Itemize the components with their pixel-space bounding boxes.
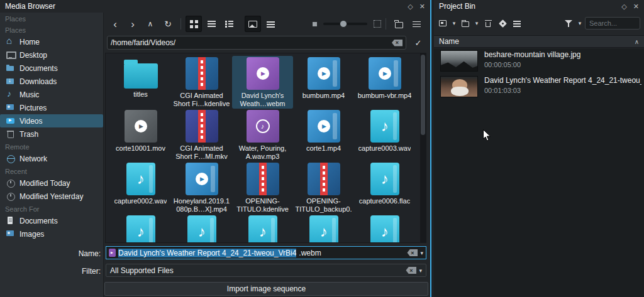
project-bin-title: Project Bin (439, 2, 475, 11)
filter-button[interactable] (562, 16, 575, 30)
sidebar-item-modified-today[interactable]: Modified Today (0, 176, 103, 190)
bin-clip-item[interactable]: beshare-mountain village.jpg 00:00:05:00 (434, 48, 644, 74)
sidebar-item-downloads[interactable]: Downloads (0, 75, 103, 88)
close-dock-icon[interactable]: ✕ (419, 3, 425, 11)
file-item[interactable]: ♪ (232, 214, 293, 242)
home-icon (6, 37, 15, 46)
sidebar-item-images[interactable]: Images (0, 227, 103, 240)
file-icon-glyph: ♪ (320, 223, 328, 240)
sidebar-section-items: Modified Today Modified Yesterday (0, 176, 103, 203)
sidebar-item-pictures[interactable]: Pictures (0, 101, 103, 114)
file-icon-glyph: ♪ (198, 223, 206, 240)
file-item[interactable]: ♪ capture0006.flac (354, 161, 415, 214)
sidebar-item-documents[interactable]: Documents (0, 62, 103, 75)
kdenlive-file-icon (186, 57, 218, 90)
file-item-label: OPENING-TITULO.kdenlive (233, 197, 292, 213)
file-item[interactable]: ▶ corte1.mp4 (293, 109, 354, 161)
clip-name: beshare-mountain village.jpg (484, 50, 580, 59)
file-item[interactable]: ♪ (171, 214, 232, 242)
file-view-scrollbar[interactable] (420, 53, 426, 242)
filter-dropdown[interactable]: ▾ (577, 16, 583, 30)
tags-button[interactable] (496, 16, 509, 30)
scrollbar-thumb[interactable] (421, 55, 425, 135)
file-item[interactable]: CGI Animated Short Fi…kdenlive (171, 56, 232, 109)
sidebar-item-desktop[interactable]: Desktop (0, 48, 103, 62)
clear-text-icon[interactable]: × (407, 249, 418, 256)
zoom-slider-handle[interactable] (340, 20, 347, 28)
close-dock-icon[interactable]: ✕ (633, 3, 639, 11)
new-folder-button[interactable] (391, 16, 407, 32)
sidebar-sections: Places Home Desktop Documents Downloads … (0, 24, 103, 240)
preview-toggle-button[interactable] (245, 16, 261, 32)
bin-clip-item[interactable]: David Lynch's Weather Report 4_24_21-twe… (434, 74, 644, 100)
collapse-icon[interactable]: ∧ (635, 38, 639, 45)
sidebar-item-modified-yesterday[interactable]: Modified Yesterday (0, 190, 103, 203)
zoom-in-icon[interactable] (374, 20, 381, 28)
float-dock-icon[interactable]: ◇ (408, 3, 413, 11)
sidebar-item-label: Desktop (19, 51, 47, 60)
chevron-down-icon[interactable]: ▾ (420, 250, 423, 256)
options-button[interactable] (408, 16, 425, 32)
file-icon-glyph: ♪ (259, 223, 267, 240)
float-dock-icon[interactable]: ◇ (621, 3, 626, 11)
delete-clip-button[interactable] (482, 16, 494, 30)
clock-icon (6, 178, 15, 188)
sidebar-item-documents[interactable]: Documents (0, 214, 103, 227)
accept-location-button[interactable]: ✓ (411, 36, 426, 50)
file-item[interactable]: ♪ (293, 214, 354, 242)
reload-button[interactable]: ↻ (160, 16, 176, 32)
sidebar-item-music[interactable]: Music (0, 88, 103, 101)
zoom-slider[interactable] (323, 23, 367, 25)
bin-column-header[interactable]: Name ∧ (434, 35, 644, 48)
folder-file-icon (124, 63, 158, 89)
sidebar-item-network[interactable]: Network (0, 152, 103, 165)
mp3-file-icon: ♪ (247, 110, 279, 143)
file-item[interactable]: ♪ Water, Pouring, A.wav.mp3 (232, 109, 293, 161)
create-folder-dropdown[interactable]: ▾ (474, 16, 480, 30)
import-image-sequence-button[interactable]: Import image sequence (104, 282, 428, 296)
file-item[interactable]: titles (110, 56, 171, 109)
forward-button[interactable]: › (125, 16, 141, 32)
location-input[interactable] (111, 38, 389, 47)
file-item[interactable]: ♪ capture0003.wav (354, 109, 415, 161)
file-item[interactable]: OPENING-TITULO.kdenlive (232, 161, 293, 214)
file-item[interactable]: ♪ capture0002.wav (110, 161, 171, 214)
clear-text-icon[interactable]: × (392, 40, 402, 46)
add-clip-button[interactable] (436, 16, 449, 30)
create-folder-button[interactable] (459, 16, 472, 30)
back-button[interactable]: ‹ (107, 16, 123, 32)
webm-file-icon: ▶ (247, 57, 279, 90)
chevron-down-icon: ▾ (475, 20, 479, 26)
file-item[interactable]: ▶ bumbum-vbr.mp4 (354, 56, 415, 109)
mkv-file-icon (186, 110, 218, 143)
filename-suffix: .webm (299, 249, 321, 257)
sidebar-item-home[interactable]: Home (0, 35, 103, 48)
add-clip-dropdown[interactable]: ▾ (451, 16, 457, 30)
audio-file-icon: ♪ (370, 110, 399, 143)
tree-view-button[interactable] (221, 16, 237, 32)
icons-view-button[interactable] (186, 16, 202, 32)
sidebar-item-trash[interactable]: Trash (0, 127, 103, 141)
file-item[interactable]: ▶ bumbum.mp4 (293, 56, 354, 109)
clear-text-icon[interactable]: × (406, 267, 416, 274)
zoom-out-icon[interactable] (313, 22, 317, 26)
file-item[interactable]: ▶ David Lynch's Weath…webm (232, 56, 293, 109)
filter-combobox[interactable]: All Supported Files × ▾ (106, 264, 426, 277)
file-item[interactable]: ♪ (354, 214, 415, 242)
file-item[interactable]: ♪ (110, 214, 171, 242)
sidebar-item-label: Home (19, 38, 40, 46)
bin-search-input[interactable] (585, 17, 640, 30)
sort-button[interactable] (262, 16, 279, 32)
bin-list: beshare-mountain village.jpg 00:00:05:00… (434, 48, 644, 297)
file-item[interactable]: ▶ Honeyland.2019.1080p.B…X].mp4 (171, 161, 232, 214)
toolbar-separator (386, 18, 386, 30)
filename-input[interactable]: David Lynch's Weather Report 4_24_21-twe… (106, 246, 426, 259)
details-view-button[interactable] (203, 16, 219, 32)
sidebar-item-videos[interactable]: Videos (0, 114, 103, 127)
network-icon (6, 154, 15, 163)
file-item[interactable]: ▶ corte10001.mov (110, 109, 171, 161)
up-button[interactable]: ∧ (142, 16, 158, 32)
file-item[interactable]: OPENING-TITULO_backup0.kdenlive (293, 161, 354, 214)
bin-menu-button[interactable] (511, 16, 523, 30)
file-item[interactable]: CGI Animated Short F…MI.mkv (171, 109, 232, 161)
